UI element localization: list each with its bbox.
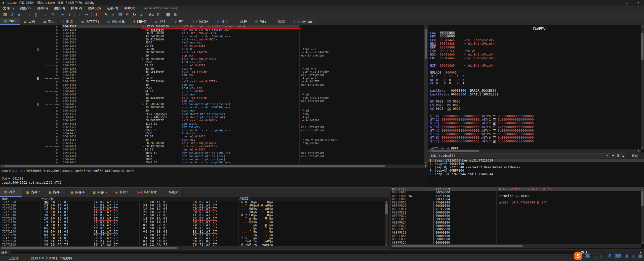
disasm-row[interactable]: 006413EF˅ 79 08jns re1.6413F9: [0, 64, 428, 67]
stack-row[interactable]: 00EFF82C00000000: [391, 228, 644, 231]
breakpoint-dot-icon[interactable]: [56, 136, 58, 138]
memory-hscrollbar[interactable]: [0, 246, 389, 249]
stack-row[interactable]: 00EFF82800000000: [391, 224, 644, 228]
breakpoint-dot-icon[interactable]: [56, 117, 58, 118]
register-line[interactable]: ST(5) 00000000000000000000 x87r5 空 0.000…: [430, 132, 644, 136]
breakpoint-dot-icon[interactable]: [56, 78, 58, 79]
breakpoint-dot-icon[interactable]: [56, 94, 58, 96]
disasm-vscrollbar[interactable]: ▲ ▼: [424, 25, 428, 165]
disasm-row[interactable]: 006413E7 59pop ecxecx:EntryPoint: [0, 54, 428, 58]
preferences-icon[interactable]: ▯: [155, 12, 162, 18]
ime-account-icon[interactable]: ♟: [625, 253, 629, 259]
register-line[interactable]: ST(0) 00000000000000000000 x87r0 空 0.000…: [430, 114, 644, 118]
stack-row[interactable]: 00EFF82400000000: [391, 221, 644, 224]
tab-script[interactable]: ▤脚本: [151, 18, 170, 25]
breakpoint-dot-icon[interactable]: [56, 48, 58, 50]
tab-mem2[interactable]: ▦内存 2: [22, 188, 44, 197]
stop-icon[interactable]: ■: [16, 12, 23, 18]
tab-references[interactable]: ◎引用: [213, 18, 232, 25]
stack-hscrollbar[interactable]: [391, 244, 641, 248]
pause-icon[interactable]: ∥: [32, 12, 39, 18]
collapse-box-icon[interactable]: [37, 68, 39, 70]
menu-item-帮助(H)[interactable]: 帮助(H): [121, 6, 138, 11]
disasm-row[interactable]: ▸0064143A> E8 A9330000call <re1.sub_6447…: [0, 145, 428, 148]
breakpoint-dot-icon[interactable]: [56, 103, 58, 105]
tab-cpu[interactable]: ▣CPU: [0, 18, 20, 25]
disasm-row[interactable]: 00641401 85C0test eax,eax: [0, 87, 428, 90]
spin-down-icon[interactable]: ▾: [612, 154, 614, 158]
stack-row[interactable]: 00EFF83800000000: [391, 238, 644, 241]
breakpoint-dot-icon[interactable]: [56, 42, 58, 44]
tab-call-stack[interactable]: ▥调用堆栈: [103, 18, 129, 25]
font-icon[interactable]: Aa: [148, 12, 155, 18]
sogou-logo[interactable]: S: [574, 252, 582, 260]
register-line[interactable]: ST(7) 00000000000000000000 x87r7 空 0.000…: [430, 140, 644, 143]
step-out-icon[interactable]: ↑: [76, 12, 83, 18]
breakpoint-dot-icon[interactable]: [56, 55, 58, 57]
register-line[interactable]: [430, 67, 644, 71]
arguments-pane[interactable]: 1: [esp] 77216359 kernel32.772163592: [e…: [428, 159, 644, 187]
menu-item-选项(O)[interactable]: 选项(O): [104, 6, 121, 11]
spin-up-icon[interactable]: ▴: [622, 154, 624, 158]
hide-fpu-button[interactable]: 隐藏FPU: [533, 26, 546, 31]
breakpoint-dot-icon[interactable]: [56, 139, 58, 141]
collapse-box-icon[interactable]: [37, 77, 39, 80]
tab-memory-map[interactable]: ▦内存布局: [77, 18, 103, 25]
register-line[interactable]: LastStatus 00000000 (STATUS_SUCCESS): [430, 93, 644, 96]
breakpoint-dot-icon[interactable]: [56, 107, 58, 109]
trace-over-icon[interactable]: ⇓: [66, 12, 73, 18]
stack-row[interactable]: 00EFF81C00000000: [391, 214, 644, 218]
calculator-icon[interactable]: ▦: [165, 12, 172, 18]
ime-toolbox-icon[interactable]: ▦: [638, 253, 642, 259]
breakpoint-dot-icon[interactable]: [56, 52, 58, 54]
breakpoint-dot-icon[interactable]: [56, 130, 58, 131]
arg-depth-spinner[interactable]: ▾ 5 ▴: [611, 153, 625, 158]
breakpoint-dot-icon[interactable]: [56, 58, 58, 60]
register-line[interactable]: EFLAGS 00000244: [430, 71, 644, 74]
tab-struct[interactable]: ⌠结构体: [161, 188, 183, 197]
breakpoint-dot-icon[interactable]: [56, 152, 58, 154]
breakpoint-dot-icon[interactable]: [56, 39, 58, 41]
registers-pane[interactable]: 隐藏FPU EAX 00EFF854EBX 00C6B000ECX 006414…: [428, 25, 644, 149]
breakpoint-dot-icon[interactable]: [56, 120, 58, 122]
registers-hscrollbar[interactable]: ◀ ▶: [428, 149, 641, 152]
register-line[interactable]: ESI 006414A5 <re1.EntryPoint>: [430, 53, 644, 56]
breakpoint-dot-icon[interactable]: [56, 162, 58, 164]
register-line[interactable]: ST(3) 00000000000000000000 x87r3 空 0.000…: [430, 125, 644, 129]
breakpoint-dot-icon[interactable]: [56, 123, 58, 125]
disasm-row[interactable]: 00641448 8945 E0mov dword ptr ss:[ebp-20…: [0, 161, 428, 164]
browser-icon[interactable]: ◉: [172, 12, 179, 18]
menu-item-收藏夹(I)[interactable]: 收藏夹(I): [85, 6, 104, 11]
breakpoint-dot-icon[interactable]: [56, 68, 58, 70]
stack-row[interactable]: 00EFF80800EFF864: [391, 198, 644, 201]
register-line[interactable]: EIP 006414A5 <re1.EntryPoint>: [430, 64, 644, 67]
tab-seh[interactable]: §SEH链: [129, 18, 151, 25]
stack-pane[interactable]: 00EFF7FC77216359返回到 kernel32.77216359 自 …: [391, 187, 644, 249]
register-line[interactable]: [430, 60, 644, 64]
disasm-row[interactable]: 00641400 59pop ecxecx:EntryPoint: [0, 83, 428, 87]
stack-row[interactable]: 00EFF80000C6B000: [391, 191, 644, 194]
stack-row[interactable]: 00EFF81800000000: [391, 211, 644, 214]
disasm-row[interactable]: 00641417 FF35 48656500push dword ptr ds:…: [0, 113, 428, 116]
collapse-box-icon[interactable]: [37, 48, 39, 50]
ime-emoji-icon[interactable]: ☺: [599, 253, 604, 259]
disasm-row[interactable]: 00641428 83C4 0Cadd esp,C: [0, 122, 428, 126]
argument-row[interactable]: 1: [esp] 77216359 kernel32.77216359: [428, 159, 644, 162]
trace-into-icon[interactable]: ⇒: [59, 12, 66, 18]
breakpoint-dot-icon[interactable]: [56, 71, 58, 73]
open-file-icon[interactable]: ▨: [2, 12, 9, 18]
tab-mem3[interactable]: ▦内存 3: [44, 188, 66, 197]
argument-row[interactable]: 4: [esp+C] 00EFF864: [428, 169, 644, 172]
register-line[interactable]: ES 002B DS 002B: [430, 103, 644, 107]
ime-voice-icon[interactable]: Ψ: [608, 253, 611, 259]
tab-symbols[interactable]: ◆符号: [170, 18, 189, 25]
stack-row[interactable]: 00EFF804 <&77216340kernel32.77216340: [391, 194, 644, 198]
stack-row[interactable]: 00EFF83000000000: [391, 231, 644, 234]
memory-dump-pane[interactable]: ▦内存 1▦内存 2▦内存 3▦内存 4▦内存 5◉监视 1[x=]局部变量⌠结…: [0, 187, 389, 249]
stack-row[interactable]: 00EFF8142F1F799B: [391, 208, 644, 211]
breakpoint-dot-icon[interactable]: [56, 91, 58, 92]
register-line[interactable]: ECX 006414A5 <re1.EntryPoint>: [430, 38, 644, 42]
disasm-row[interactable]: 00641423 E8 D8FBFFFFcall <re1.sub_641000…: [0, 119, 428, 122]
comment-icon[interactable]: ≡: [110, 12, 117, 18]
stack-vscrollbar[interactable]: ▲ ▼: [641, 188, 644, 244]
